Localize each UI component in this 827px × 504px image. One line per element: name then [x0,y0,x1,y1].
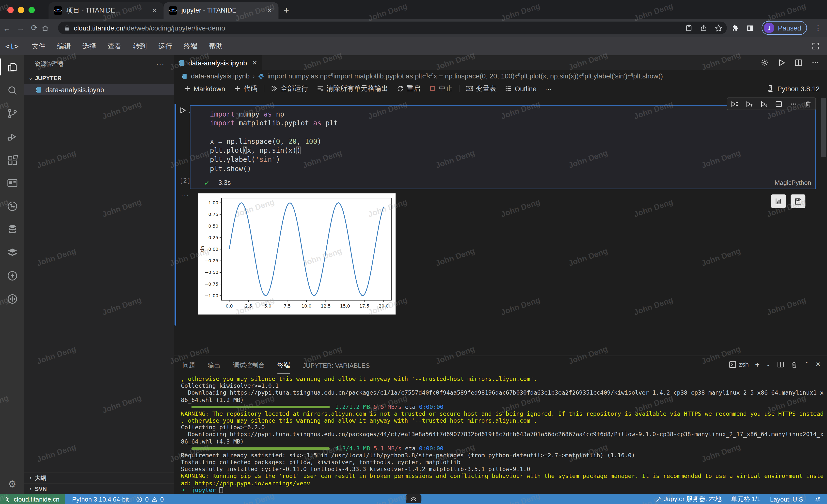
breadcrumb-code[interactable]: import numpy as np⏎import matplotlib.pyp… [267,72,663,80]
editor-scrollbar[interactable] [821,98,826,157]
toolbar-变量表[interactable]: (x)变量表 [461,84,501,94]
activity-power-icon[interactable] [0,264,25,287]
close-tab-icon[interactable]: ✕ [266,7,273,14]
panel-tab-问题[interactable]: 问题 [182,357,195,373]
menu-8[interactable]: 帮助 [203,41,229,51]
activity-share-circle-icon[interactable] [0,194,25,218]
explorer-more-icon[interactable]: ··· [156,60,164,68]
activity-settings-gear-icon[interactable]: ⚙ [8,479,16,490]
delete-cell-icon[interactable] [805,100,812,108]
toolbar-重启[interactable]: 重启 [392,84,425,94]
activity-extensions-icon[interactable] [0,148,25,171]
close-tab-icon[interactable]: ✕ [151,7,158,14]
menu-4[interactable]: 查看 [102,41,127,51]
toolbar-Outline[interactable]: Outline [501,85,541,93]
forward-icon[interactable]: → [14,23,28,32]
layout-indicator[interactable]: Layout: U.S. [770,495,805,503]
output-collapse-icon[interactable]: ··· [181,191,189,199]
activity-database-icon[interactable] [0,218,25,241]
close-window-icon[interactable] [7,7,14,13]
activity-source-control-icon[interactable] [0,102,25,125]
browser-menu-icon[interactable]: ⋮ [815,23,822,32]
activity-browser-preview-icon[interactable] [0,171,25,194]
remote-indicator[interactable]: cloud.titanide.cn [0,494,65,504]
settings-gear-icon[interactable] [761,58,769,67]
cell-indicator[interactable]: 单元格 1/1 [731,495,761,504]
jupyter-server-indicator[interactable]: Jupyter 服务器: 本地 [655,495,722,504]
menu-6[interactable]: 运行 [153,41,178,51]
minimize-window-icon[interactable] [18,7,25,13]
run-all-icon[interactable] [778,58,786,67]
chart-view-button[interactable] [771,194,786,208]
panel-restore-handle[interactable] [406,494,421,503]
split-editor-icon[interactable] [794,58,802,67]
save-output-button[interactable] [790,194,805,208]
toolbar-全部运行[interactable]: 全部运行 [266,84,312,94]
zoom-window-icon[interactable] [29,7,35,13]
activity-explorer-icon[interactable] [0,55,25,78]
python-interpreter[interactable]: Python 3.10.4 64-bit [72,495,129,503]
sidebar-section-outline[interactable]: › 大纲 [25,472,174,483]
terminal-output[interactable]: , otherwise you may silence this warning… [181,376,824,493]
menu-2[interactable]: 编辑 [51,41,77,51]
activity-remote-tools-icon[interactable] [0,287,25,310]
run-above-icon[interactable] [745,100,753,108]
file-item-notebook[interactable]: data-analysis.ipynb [25,84,174,95]
more-actions-icon[interactable] [811,58,820,67]
back-icon[interactable]: ← [0,23,14,32]
more-icon[interactable] [790,100,797,108]
kill-terminal-icon[interactable] [790,361,798,368]
close-panel-icon[interactable]: ✕ [816,361,821,368]
menu-5[interactable]: 转到 [127,41,153,51]
side-panel-icon[interactable] [746,24,754,32]
toolbar-···[interactable]: ··· [541,85,556,93]
activity-run-debug-icon[interactable] [0,125,25,148]
close-tab-icon[interactable]: ✕ [252,59,257,66]
split-cell-icon[interactable] [775,100,783,108]
home-icon[interactable] [41,24,55,32]
browser-tab-1[interactable]: <t>项目 - TITANIDE✕ [48,2,163,19]
split-terminal-icon[interactable] [777,361,784,368]
fullscreen-icon[interactable] [812,42,820,50]
new-tab-button[interactable]: + [284,5,289,16]
maximize-panel-icon[interactable]: ⌃ [804,361,809,368]
reload-icon[interactable]: ⟳ [27,23,41,33]
shell-dropdown-icon[interactable]: ⌄ [766,361,770,367]
url-bar[interactable]: cloud.titanide.cn/ide/web/coding/jupyter… [58,22,727,34]
new-terminal-icon[interactable]: + [755,360,760,369]
toolbar-中止[interactable]: 中止 [425,84,457,94]
sidebar-section-svn[interactable]: › SVN [25,483,174,494]
sidebar-section-jupyter[interactable]: ⌄ JUPYTER [25,72,174,84]
panel-tab-JUPYTER: VARIABLES[interactable]: JUPYTER: VARIABLES [303,357,370,372]
bookmark-star-icon[interactable] [715,24,722,32]
browser-profile[interactable]: J Paused [762,21,807,35]
code-cell[interactable]: import numpy as npimport matplotlib.pypl… [190,106,816,189]
menu-1[interactable]: 文件 [26,41,51,51]
extensions-puzzle-icon[interactable] [731,24,739,32]
problems-indicator[interactable]: 0 0 [136,495,164,503]
terminal-shell-picker[interactable]: zsh [729,361,749,368]
notifications-bell[interactable] [815,496,821,503]
run-below-icon[interactable] [760,100,768,108]
panel-tab-调试控制台[interactable]: 调试控制台 [233,357,265,373]
kernel-picker[interactable]: Python 3.8.12 [766,85,827,93]
toolbar-Markdown[interactable]: Markdown [180,85,230,93]
breadcrumb-file[interactable]: data-analysis.ipynb [191,72,250,80]
menu-3[interactable]: 选择 [77,41,102,51]
toolbar-清除所有单元格输出[interactable]: 清除所有单元格输出 [312,84,393,94]
menu-7[interactable]: 终端 [178,41,203,51]
breadcrumb[interactable]: data-analysis.ipynb › import numpy as np… [174,70,827,82]
editor-tab-notebook[interactable]: data-analysis.ipynb ✕ [174,55,262,70]
share-icon[interactable] [700,24,707,32]
window-controls[interactable] [7,7,35,13]
run-by-line-icon[interactable] [731,100,738,108]
run-cell-button[interactable] [179,106,187,114]
cell-code-editor[interactable]: import numpy as npimport matplotlib.pypl… [191,106,816,173]
activity-layers-icon[interactable] [0,241,25,264]
browser-tab-2[interactable]: <t>jupyter - TITANIDE✕ [163,2,278,19]
toolbar-代码[interactable]: 代码 [229,84,262,94]
cell-language[interactable]: MagicPython [775,179,811,186]
panel-tab-终端[interactable]: 终端 [277,356,290,374]
activity-search-icon[interactable] [0,78,25,102]
clipboard-icon[interactable] [685,24,692,32]
